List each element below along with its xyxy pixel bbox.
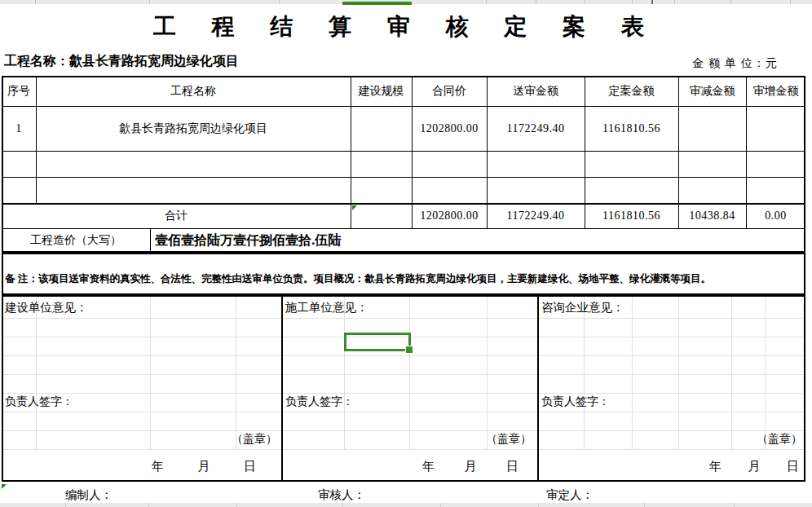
grid-line — [65, 503, 66, 507]
note-label: 备 注： — [5, 273, 38, 284]
grid-line — [279, 0, 280, 4]
error-indicator-triangle-icon — [2, 484, 7, 489]
fill-handle[interactable] — [405, 346, 413, 354]
grid-line — [440, 503, 441, 507]
selected-column-highlight — [342, 2, 412, 5]
grid-line — [236, 297, 236, 449]
header-scale[interactable]: 建设规模 — [351, 76, 412, 106]
opinion-title-contractor: 施工单位意见： — [285, 300, 368, 315]
opinion-title-consultant: 咨询企业意见： — [541, 300, 624, 315]
seal-label: （盖章） — [163, 432, 277, 447]
page-title: 工 程 结 算 审 核 定 案 表 — [0, 11, 812, 42]
error-indicator-triangle-icon — [352, 205, 357, 210]
seal-label: （盖章） — [688, 432, 802, 447]
grid-line — [632, 0, 633, 4]
cell-final[interactable]: 1161810.56 — [585, 106, 678, 151]
total-scale[interactable] — [351, 204, 412, 228]
page-break-tick — [651, 0, 653, 4]
month-label: 月 — [198, 459, 210, 474]
date-line: 年 月 日 — [422, 459, 519, 474]
total-increase[interactable]: 0.00 — [746, 204, 805, 228]
grid-line — [730, 0, 731, 4]
month-label: 月 — [748, 459, 761, 474]
cell-increase[interactable] — [746, 106, 805, 151]
cell-name[interactable]: 歙县长青路拓宽周边绿化项目 — [36, 106, 351, 151]
seal-label: （盖章） — [417, 432, 532, 447]
amount-words-value[interactable]: 壹佰壹拾陆万壹仟捌佰壹拾.伍陆 — [150, 228, 805, 253]
amount-unit-label: 金 额 单 位：元 — [692, 56, 778, 71]
note-text: 备 注：该项目送审资料的真实性、合法性、完整性由送审单位负责。项目概况：歙县长青… — [5, 272, 802, 286]
grid-line — [3, 355, 804, 356]
grid-line — [487, 297, 488, 449]
grid-line — [3, 374, 804, 375]
sign-label: 负责人签字： — [541, 395, 610, 409]
grid-line — [342, 503, 343, 507]
header-decrease[interactable]: 审减金额 — [678, 76, 746, 106]
total-decrease[interactable]: 10438.84 — [678, 204, 746, 228]
grid-line — [3, 449, 804, 450]
date-line: 年 月 日 — [152, 459, 256, 474]
reviewer-label: 审核人： — [318, 487, 365, 503]
year-label: 年 — [422, 459, 435, 474]
year-label: 年 — [152, 459, 164, 474]
cell-empty[interactable] — [36, 151, 351, 177]
section-divider — [537, 295, 539, 482]
grid-line — [3, 393, 804, 394]
total-label[interactable]: 合计 — [2, 204, 351, 228]
total-review[interactable]: 1172249.40 — [487, 204, 585, 228]
day-label: 日 — [506, 459, 519, 474]
grid-line — [149, 0, 150, 4]
grid-line — [536, 0, 536, 4]
grid-line — [409, 297, 410, 449]
grid-line — [148, 503, 149, 507]
grid-line — [344, 297, 345, 449]
grid-line — [35, 0, 36, 4]
preparer-label: 编制人： — [65, 487, 113, 503]
cell-contract[interactable]: 1202800.00 — [412, 106, 487, 151]
cell-empty[interactable] — [2, 151, 36, 177]
cell-seq[interactable]: 1 — [2, 106, 36, 151]
header-contract[interactable]: 合同价 — [412, 76, 487, 106]
header-name[interactable]: 工程名称 — [36, 76, 351, 106]
grid-line — [3, 318, 804, 319]
project-name-label: 工程名称：歙县长青路拓宽周边绿化项目 — [4, 53, 239, 70]
grid-line — [790, 0, 791, 4]
grid-line — [678, 297, 679, 449]
grid-line — [632, 297, 633, 449]
grid-line — [644, 503, 645, 507]
sheet-bottom-strip — [0, 503, 812, 507]
grid-line — [3, 430, 804, 431]
grid-line — [731, 297, 732, 449]
header-final[interactable]: 定案金额 — [585, 76, 678, 106]
grid-line — [765, 297, 766, 449]
header-increase[interactable]: 审增金额 — [746, 76, 805, 106]
opinions-box — [2, 295, 805, 482]
header-seq[interactable]: 序号 — [2, 76, 36, 106]
day-label: 日 — [787, 459, 799, 474]
grid-line — [150, 297, 151, 449]
sign-label: 负责人签字： — [5, 395, 73, 409]
grid-line — [236, 503, 237, 507]
grid-line — [584, 297, 585, 449]
total-contract[interactable]: 1202800.00 — [412, 204, 487, 228]
cell-scale[interactable] — [351, 106, 412, 151]
grid-line — [3, 412, 804, 412]
amount-words-label[interactable]: 工程造价（大写） — [2, 228, 150, 253]
grid-line — [585, 0, 585, 4]
year-label: 年 — [709, 459, 722, 474]
grid-line — [538, 503, 539, 507]
header-review[interactable]: 送审金额 — [487, 76, 585, 106]
grid-line — [486, 0, 487, 4]
date-line: 年 月 日 — [709, 459, 799, 474]
cell-empty[interactable] — [2, 177, 36, 204]
total-final[interactable]: 1161810.56 — [585, 204, 678, 228]
grid-line — [734, 503, 735, 507]
cell-decrease[interactable] — [678, 106, 746, 151]
opinion-title-construction: 建设单位意见： — [5, 300, 88, 315]
cell-empty[interactable] — [36, 177, 351, 204]
spreadsheet-view: 工 程 结 算 审 核 定 案 表 工程名称：歙县长青路拓宽周边绿化项目 金 额… — [0, 0, 812, 507]
section-divider — [281, 295, 283, 482]
cell-review[interactable]: 1172249.40 — [487, 106, 585, 151]
selected-cell[interactable] — [344, 333, 411, 351]
grid-line — [36, 297, 37, 449]
